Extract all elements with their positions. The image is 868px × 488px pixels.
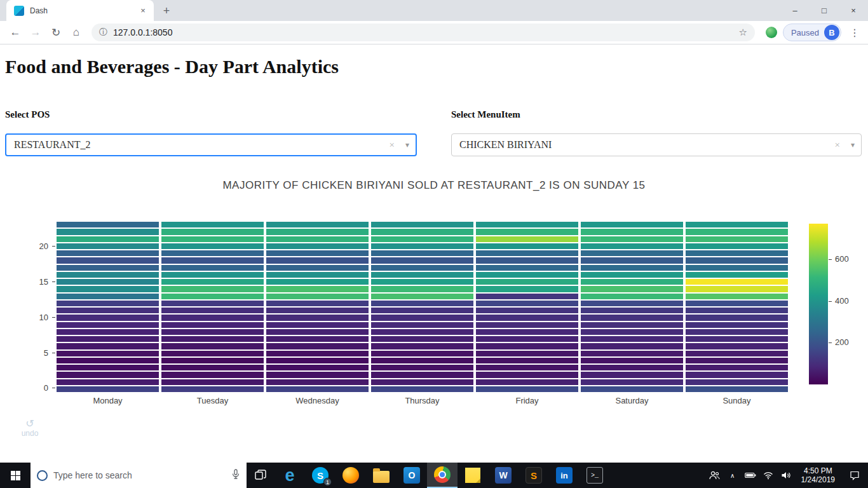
heatmap-cell (161, 343, 264, 349)
heatmap-cell (581, 351, 683, 356)
heatmap-cell (371, 379, 473, 385)
refresh-icon[interactable]: ↻ (46, 22, 66, 43)
heatmap-cell (371, 358, 473, 363)
y-axis-label: 15 (39, 277, 48, 287)
heatmap-cell (686, 243, 788, 249)
taskbar-search-input[interactable]: Type here to search (31, 463, 247, 488)
x-axis-label: Sunday (686, 396, 788, 405)
heatmap-cell (476, 308, 578, 313)
heatmap-cell (57, 343, 159, 349)
heatmap-cell (476, 229, 578, 234)
start-button[interactable] (0, 463, 31, 488)
heatmap-cell (266, 358, 369, 363)
skype-notification-badge: 1 (323, 478, 332, 486)
task-view-icon (255, 470, 266, 481)
heatmap-cell (57, 329, 159, 335)
menuitem-clear-icon[interactable]: × (835, 140, 840, 151)
heatmap-cell (371, 351, 473, 356)
task-view-button[interactable] (247, 463, 275, 488)
new-tab-button[interactable]: + (158, 2, 175, 20)
taskbar-app-chrome[interactable] (427, 463, 458, 488)
microphone-icon[interactable] (231, 469, 240, 482)
heatmap-cell (476, 379, 578, 385)
menuitem-caret-icon[interactable]: ▾ (851, 140, 855, 150)
heatmap-cell (371, 336, 473, 342)
home-icon[interactable]: ⌂ (66, 22, 86, 43)
tab-close-icon[interactable]: × (137, 6, 149, 15)
taskbar-app-firefox[interactable] (336, 463, 366, 488)
heatmap-cell (266, 372, 369, 377)
back-icon[interactable]: ← (5, 22, 25, 43)
console-icon: >_ (587, 467, 603, 484)
heatmap-cell (686, 236, 788, 242)
cortana-icon[interactable] (37, 470, 48, 481)
browser-menu-icon[interactable]: ⋮ (846, 27, 863, 39)
heatmap[interactable] (57, 222, 788, 392)
heatmap-cell (476, 358, 578, 363)
x-axis-label: Saturday (581, 396, 683, 405)
volume-icon[interactable] (777, 463, 795, 488)
network-wifi-icon[interactable] (759, 463, 777, 488)
taskbar-app-outlook[interactable]: O (397, 463, 427, 488)
taskbar-app-console[interactable]: >_ (580, 463, 610, 488)
window-close-button[interactable]: × (839, 0, 868, 21)
heatmap-cell (266, 250, 369, 256)
colorbar-label: 600 (835, 254, 849, 264)
browser-toolbar: ← → ↻ ⌂ ⓘ 127.0.0.1:8050 ☆ Paused B ⋮ (0, 21, 868, 44)
profile-paused-badge[interactable]: Paused B (783, 24, 841, 41)
forward-icon[interactable]: → (25, 22, 46, 43)
heatmap-cell (581, 329, 683, 335)
address-bar[interactable]: ⓘ 127.0.0.1:8050 ☆ (92, 24, 755, 41)
taskbar: Type here to search e S 1 O W S in >_ ∧ … (0, 463, 868, 488)
pos-caret-icon[interactable]: ▾ (405, 140, 409, 150)
pos-dropdown[interactable]: RESTAURANT_2 × ▾ (5, 133, 417, 156)
menuitem-label: Select MenuItem (451, 109, 520, 120)
extension-icon[interactable] (766, 27, 777, 38)
taskbar-app-skype[interactable]: S 1 (305, 463, 336, 488)
heatmap-cell (371, 308, 473, 313)
info-icon[interactable]: ⓘ (99, 27, 107, 38)
taskbar-app-linkedin[interactable]: in (549, 463, 580, 488)
taskbar-app-word[interactable]: W (488, 463, 519, 488)
bookmark-star-icon[interactable]: ☆ (738, 27, 747, 38)
heatmap-cell (161, 351, 264, 356)
profile-avatar[interactable]: B (824, 25, 839, 40)
heatmap-cell (476, 372, 578, 377)
y-axis-tick (52, 246, 55, 247)
window-maximize-button[interactable]: □ (810, 0, 839, 21)
window-minimize-button[interactable]: – (780, 0, 810, 21)
heatmap-cell (686, 386, 788, 392)
taskbar-app-file-explorer[interactable] (366, 463, 397, 488)
people-icon[interactable] (706, 463, 724, 488)
taskbar-app-sticky-notes[interactable] (458, 463, 488, 488)
taskbar-clock[interactable]: 4:50 PM 1/24/2019 (795, 466, 841, 484)
heatmap-cell (161, 386, 264, 392)
url-text[interactable]: 127.0.0.1:8050 (113, 27, 738, 37)
heatmap-cell (581, 272, 683, 278)
menuitem-dropdown[interactable]: CHICKEN BIRIYANI × ▾ (451, 133, 862, 156)
heatmap-cell (371, 365, 473, 370)
heatmap-cell (161, 294, 264, 299)
heatmap-cell (266, 294, 369, 299)
heatmap-cell (686, 308, 788, 313)
action-center-button[interactable] (841, 463, 868, 488)
heatmap-cell (161, 229, 264, 234)
heatmap-cell (266, 265, 369, 271)
tab-title: Dash (30, 6, 137, 15)
heatmap-cell (476, 329, 578, 335)
battery-icon[interactable] (742, 463, 759, 488)
linkedin-icon: in (556, 467, 573, 484)
pos-clear-icon[interactable]: × (390, 140, 395, 151)
heatmap-cell (161, 322, 264, 328)
heatmap-cell (686, 222, 788, 227)
heatmap-cell (476, 286, 578, 292)
chevron-up-icon[interactable]: ∧ (724, 463, 742, 488)
browser-tab[interactable]: Dash × (6, 0, 154, 21)
heatmap-cell (686, 351, 788, 356)
undo-button[interactable]: ↺ undo (15, 418, 44, 438)
heatmap-cell (161, 265, 264, 271)
taskbar-app-sublime[interactable]: S (519, 463, 549, 488)
taskbar-app-edge[interactable]: e (275, 463, 305, 488)
heatmap-cell (476, 336, 578, 342)
heatmap-cell (57, 222, 159, 227)
